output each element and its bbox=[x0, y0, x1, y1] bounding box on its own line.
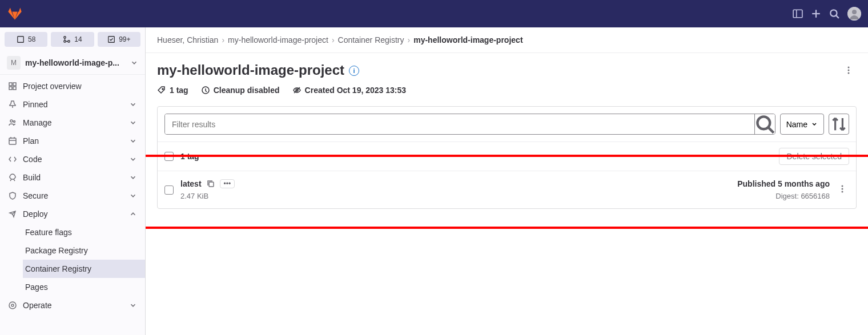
sidebar-item-deploy[interactable]: Deploy bbox=[0, 205, 145, 223]
meta-cleanup: Cleanup disabled bbox=[201, 86, 280, 95]
sidebar-item-feature-flags[interactable]: Feature flags bbox=[23, 223, 145, 241]
code-icon bbox=[8, 155, 17, 164]
delete-selected-button[interactable]: Delete selected bbox=[779, 148, 849, 165]
breadcrumb-user[interactable]: Hueser, Christian bbox=[157, 35, 218, 45]
sidebar-item-label: Secure bbox=[23, 191, 123, 200]
svg-rect-19 bbox=[9, 138, 16, 144]
project-name: my-helloworld-image-p... bbox=[25, 58, 126, 67]
svg-point-24 bbox=[11, 304, 14, 306]
merge-badge[interactable]: 14 bbox=[51, 32, 94, 47]
breadcrumb: Hueser, Christian › my-helloworld-image-… bbox=[146, 27, 868, 53]
sidebar-item-label: Deploy bbox=[23, 209, 123, 219]
sidebar-item-overview[interactable]: Project overview bbox=[0, 77, 145, 95]
sort-label: Name bbox=[786, 120, 807, 129]
select-all-checkbox[interactable] bbox=[164, 152, 174, 161]
breadcrumb-current: my-helloworld-image-project bbox=[413, 35, 523, 45]
search-button[interactable] bbox=[754, 114, 775, 134]
sidebar-item-code[interactable]: Code bbox=[0, 150, 145, 168]
meta-tags: 1 tag bbox=[157, 86, 188, 95]
issues-badge[interactable]: 58 bbox=[5, 32, 47, 47]
search-icon[interactable] bbox=[829, 9, 839, 19]
chevron-down-icon bbox=[129, 301, 137, 309]
sidebar-item-pinned[interactable]: Pinned bbox=[0, 95, 145, 114]
more-icon[interactable]: ••• bbox=[220, 179, 235, 188]
sort-direction-button[interactable] bbox=[829, 114, 849, 135]
svg-point-28 bbox=[162, 88, 163, 90]
sidebar-item-label: Container Registry bbox=[25, 264, 137, 273]
gitlab-logo[interactable] bbox=[7, 6, 23, 22]
breadcrumb-project[interactable]: my-helloworld-image-project bbox=[228, 35, 328, 45]
kebab-menu-icon[interactable] bbox=[841, 62, 857, 80]
kebab-menu-icon[interactable] bbox=[835, 182, 849, 197]
svg-rect-8 bbox=[18, 37, 24, 43]
sidebar-item-build[interactable]: Build bbox=[0, 168, 145, 187]
svg-point-23 bbox=[9, 302, 16, 309]
sidebar-item-label: Build bbox=[23, 173, 123, 182]
breadcrumb-sep: › bbox=[222, 35, 224, 45]
sort-dropdown[interactable]: Name bbox=[780, 114, 824, 135]
svg-point-10 bbox=[64, 41, 66, 43]
svg-point-9 bbox=[64, 37, 66, 39]
svg-rect-14 bbox=[13, 83, 16, 86]
overview-icon bbox=[8, 82, 17, 91]
meta-cleanup-label: Cleanup disabled bbox=[214, 86, 280, 95]
shield-icon bbox=[8, 191, 17, 200]
tag-icon bbox=[157, 86, 166, 95]
chevron-down-icon bbox=[129, 192, 137, 200]
svg-point-36 bbox=[842, 188, 843, 190]
chevron-down-icon bbox=[129, 137, 137, 145]
sidebar-item-label: Plan bbox=[23, 136, 123, 146]
tag-row: latest ••• 2.47 KiB Published 5 months a… bbox=[158, 171, 856, 208]
sidebar-item-label: Operate bbox=[23, 301, 123, 310]
copy-icon[interactable] bbox=[206, 179, 215, 188]
tag-count-label: 1 tag bbox=[180, 152, 199, 161]
plus-icon[interactable] bbox=[811, 9, 821, 19]
sidebar-item-label: Pinned bbox=[23, 100, 123, 109]
tag-name: latest bbox=[180, 179, 202, 188]
tag-published: Published 5 months ago bbox=[737, 179, 830, 188]
svg-point-11 bbox=[68, 41, 70, 43]
chevron-down-icon bbox=[130, 59, 138, 67]
chevron-down-icon bbox=[129, 155, 137, 163]
sidebar-item-secure[interactable]: Secure bbox=[0, 187, 145, 205]
sidebar-item-label: Manage bbox=[23, 118, 123, 127]
tag-digest: Digest: 6656168 bbox=[737, 192, 830, 200]
info-icon[interactable]: i bbox=[349, 66, 359, 76]
svg-point-18 bbox=[14, 121, 15, 123]
tag-size: 2.47 KiB bbox=[180, 192, 235, 200]
tag-checkbox[interactable] bbox=[164, 185, 174, 195]
sidebar-item-label: Feature flags bbox=[25, 228, 137, 237]
svg-point-7 bbox=[852, 10, 857, 14]
deploy-icon bbox=[8, 209, 17, 219]
operate-icon bbox=[8, 301, 17, 310]
sidebar-item-plan[interactable]: Plan bbox=[0, 132, 145, 150]
merge-count: 14 bbox=[74, 35, 82, 43]
chevron-up-icon bbox=[129, 210, 137, 218]
user-avatar[interactable] bbox=[847, 7, 861, 21]
svg-point-37 bbox=[842, 191, 843, 193]
page-title: my-helloworld-image-project bbox=[157, 62, 344, 78]
svg-point-32 bbox=[757, 116, 770, 129]
sidebar-toggle-icon[interactable] bbox=[793, 9, 803, 19]
filter-input[interactable] bbox=[165, 114, 754, 134]
breadcrumb-sep: › bbox=[408, 35, 411, 45]
chevron-down-icon bbox=[129, 119, 137, 127]
svg-point-35 bbox=[842, 185, 843, 187]
svg-point-26 bbox=[848, 70, 850, 71]
svg-point-4 bbox=[830, 10, 837, 16]
breadcrumb-registry[interactable]: Container Registry bbox=[338, 35, 404, 45]
sidebar-item-operate[interactable]: Operate bbox=[0, 296, 145, 314]
svg-rect-34 bbox=[209, 182, 214, 187]
svg-rect-16 bbox=[13, 87, 16, 90]
sidebar-item-container-registry[interactable]: Container Registry bbox=[23, 260, 145, 278]
sidebar-item-pages[interactable]: Pages bbox=[23, 278, 145, 296]
sidebar-item-manage[interactable]: Manage bbox=[0, 114, 145, 132]
sidebar-item-package-registry[interactable]: Package Registry bbox=[23, 241, 145, 260]
todos-badge[interactable]: 99+ bbox=[98, 32, 140, 47]
calendar-icon bbox=[8, 136, 17, 146]
svg-rect-13 bbox=[9, 83, 12, 86]
project-selector[interactable]: M my-helloworld-image-p... bbox=[0, 51, 145, 75]
chevron-down-icon bbox=[129, 173, 137, 181]
pin-icon bbox=[8, 100, 17, 109]
todos-count: 99+ bbox=[119, 35, 130, 43]
